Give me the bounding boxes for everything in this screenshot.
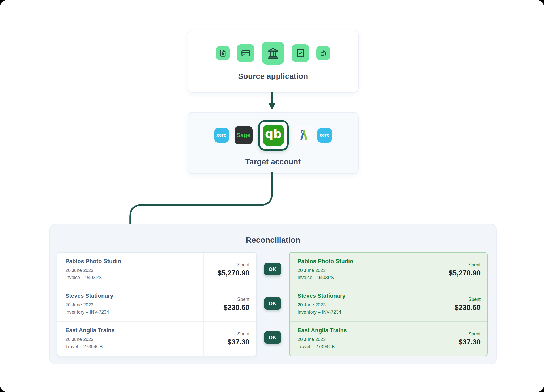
- quickbooks-logo-label: qb: [265, 128, 282, 140]
- ok-button[interactable]: OK: [264, 263, 281, 275]
- transaction-date: 20 June 2023: [298, 267, 435, 274]
- source-option-document[interactable]: [216, 46, 230, 60]
- spent-amount: $37.30: [227, 338, 249, 346]
- spent-label: Spent: [468, 262, 481, 268]
- ok-button[interactable]: OK: [264, 297, 281, 310]
- flow-arrow-down-icon: [266, 91, 278, 111]
- transaction-name: Pablos Photo Studio: [298, 258, 435, 265]
- source-application-card: Source application: [188, 30, 359, 93]
- receipt-check-icon: [296, 48, 305, 58]
- source-transactions-table: Pablos Photo Studio 20 June 2023 Invoice…: [57, 252, 257, 356]
- freeagent-logo[interactable]: [294, 126, 312, 144]
- transaction-name: Steves Stationary: [298, 293, 435, 299]
- ok-button[interactable]: OK: [264, 331, 281, 344]
- sync-icon: [320, 49, 327, 57]
- transaction-date: 20 June 2023: [65, 301, 203, 308]
- transaction-date: 20 June 2023: [65, 336, 203, 343]
- xero-logo-label: xero: [320, 133, 330, 138]
- xero-logo-label: xero: [216, 133, 227, 138]
- source-option-sync[interactable]: [316, 46, 330, 60]
- spent-amount: $5,270.90: [218, 269, 249, 277]
- sage-logo[interactable]: Sage: [235, 126, 253, 144]
- target-logo-row: xero Sage qb xero: [214, 120, 332, 151]
- table-row: Steves Stationary 20 June 2023 Inventory…: [57, 287, 256, 321]
- spent-amount: $37.30: [458, 338, 481, 346]
- target-account-card: xero Sage qb xero Target account: [188, 112, 359, 174]
- target-card-title: Target account: [245, 157, 301, 166]
- transaction-date: 20 June 2023: [298, 301, 435, 308]
- page: Source application xero Sage qb: [0, 0, 544, 392]
- xero-logo[interactable]: xero: [317, 128, 332, 143]
- transaction-ref: Travel – 27394CB: [65, 343, 203, 350]
- table-row: Pablos Photo Studio 20 June 2023 Invoice…: [290, 253, 487, 287]
- transaction-ref: Inventory – INV-7234: [298, 309, 435, 316]
- spent-label: Spent: [237, 331, 249, 337]
- spent-label: Spent: [468, 331, 481, 337]
- spent-label: Spent: [237, 297, 249, 302]
- spent-label: Spent: [468, 297, 481, 302]
- transaction-name: East Anglia Trains: [298, 327, 435, 334]
- matched-transactions-table: Pablos Photo Studio 20 June 2023 Invoice…: [289, 252, 488, 356]
- table-row: Pablos Photo Studio 20 June 2023 Invoice…: [57, 253, 256, 287]
- table-row: East Anglia Trains 20 June 2023 Travel –…: [57, 321, 256, 356]
- transaction-date: 20 June 2023: [298, 336, 435, 343]
- source-option-receipt[interactable]: [292, 44, 309, 62]
- reconciliation-title: Reconciliation: [50, 236, 496, 245]
- transaction-name: Steves Stationary: [65, 293, 203, 299]
- spent-amount: $5,270.90: [449, 269, 481, 277]
- reconciliation-panel: Reconciliation Pablos Photo Studio 20 Ju…: [49, 224, 497, 364]
- source-option-bank[interactable]: [262, 42, 284, 65]
- quickbooks-logo-selected[interactable]: qb: [258, 120, 289, 151]
- table-row: East Anglia Trains 20 June 2023 Travel –…: [290, 321, 487, 356]
- quickbooks-icon: qb: [263, 125, 284, 146]
- transaction-name: Pablos Photo Studio: [65, 258, 203, 265]
- spent-amount: $230.60: [454, 304, 481, 312]
- transaction-ref: Inventory – INV-7234: [65, 309, 203, 316]
- spent-label: Spent: [237, 262, 249, 268]
- transaction-ref: Invoice – 9403PS: [65, 274, 203, 281]
- source-icon-row: [216, 42, 330, 65]
- source-option-credit-card[interactable]: [237, 44, 254, 62]
- sage-logo-label: Sage: [236, 132, 250, 139]
- spent-amount: $230.60: [223, 304, 249, 312]
- freeagent-icon: [297, 129, 309, 141]
- transaction-ref: Invoice – 9403PS: [298, 274, 435, 281]
- table-row: Steves Stationary 20 June 2023 Inventory…: [290, 287, 487, 321]
- transaction-ref: Travel – 27394CB: [298, 343, 435, 350]
- document-icon: [219, 49, 227, 57]
- xero-logo[interactable]: xero: [214, 128, 229, 143]
- transaction-name: East Anglia Trains: [65, 327, 203, 334]
- transaction-date: 20 June 2023: [65, 267, 203, 274]
- credit-card-icon: [241, 48, 250, 58]
- bank-icon: [267, 47, 279, 59]
- source-card-title: Source application: [238, 72, 308, 81]
